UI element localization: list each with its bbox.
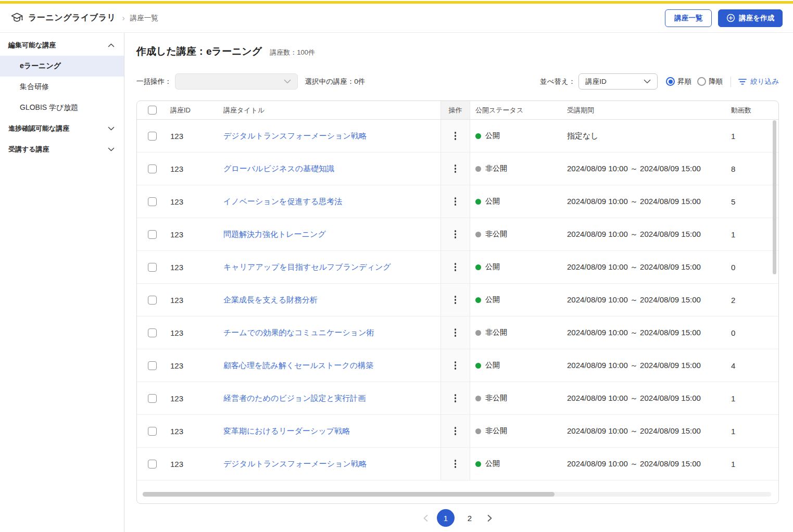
bulk-action-select[interactable] xyxy=(175,73,298,90)
create-course-button[interactable]: 講座を作成 xyxy=(718,9,783,27)
sidebar-item-group-training[interactable]: 集合研修 xyxy=(0,77,124,97)
row-checkbox[interactable] xyxy=(148,427,157,436)
row-checkbox[interactable] xyxy=(148,164,157,173)
status-dot xyxy=(475,166,481,172)
table-header-row: 講座ID 講座タイトル 操作 公開ステータス 受講期間 動画数 xyxy=(137,101,778,120)
table-row: 123 デジタルトランスフォーメーション戦略 公開 2024/08/09 10:… xyxy=(137,448,778,480)
page-button-2[interactable]: 2 xyxy=(461,509,479,527)
column-header-course-title: 講座タイトル xyxy=(220,106,440,115)
kebab-menu-button[interactable] xyxy=(451,260,459,274)
course-title-link[interactable]: 問題解決力強化トレーニング xyxy=(223,230,326,239)
sort-select-value: 講座ID xyxy=(585,77,607,86)
breadcrumb-current: 講座一覧 xyxy=(130,14,158,23)
course-id: 123 xyxy=(167,197,220,206)
course-id: 123 xyxy=(167,132,220,141)
table-row: 123 問題解決力強化トレーニング 非公開 2024/08/09 10:00 ～… xyxy=(137,218,778,251)
breadcrumb-separator-icon: › xyxy=(122,14,124,23)
sidebar-section-label: 受講する講座 xyxy=(8,145,49,154)
horizontal-scrollbar[interactable] xyxy=(143,492,771,497)
bulk-action-label: 一括操作： xyxy=(136,77,172,86)
sidebar-item-elearning[interactable]: eラーニング xyxy=(0,56,124,77)
table-row: 123 デジタルトランスフォーメーション戦略 公開 指定なし 1 xyxy=(137,120,778,153)
kebab-menu-button[interactable] xyxy=(451,161,459,175)
course-title-link[interactable]: キャリアアップを目指すセルフブランディング xyxy=(223,262,391,272)
next-page-button[interactable] xyxy=(485,512,495,524)
status-dot xyxy=(475,232,481,237)
course-period: 指定なし xyxy=(564,131,725,141)
course-title-link[interactable]: 企業成長を支える財務分析 xyxy=(223,295,318,305)
row-checkbox[interactable] xyxy=(148,132,157,141)
row-checkbox[interactable] xyxy=(148,263,157,272)
chevron-down-icon xyxy=(108,126,115,131)
kebab-menu-button[interactable] xyxy=(451,457,459,471)
sort-asc-radio[interactable]: 昇順 xyxy=(666,77,691,86)
select-all-checkbox[interactable] xyxy=(148,106,157,115)
column-header-period: 受講期間 xyxy=(564,106,725,115)
sort-select[interactable]: 講座ID xyxy=(578,73,658,90)
kebab-menu-button[interactable] xyxy=(451,325,459,339)
row-checkbox[interactable] xyxy=(148,197,157,206)
course-title-link[interactable]: 経営者のためのビジョン設定と実行計画 xyxy=(223,394,366,403)
filter-icon xyxy=(738,79,747,85)
course-title-link[interactable]: グローバルビジネスの基礎知識 xyxy=(223,164,334,174)
course-title-link[interactable]: デジタルトランスフォーメーション戦略 xyxy=(223,459,367,469)
sidebar-section-progress-courses[interactable]: 進捗確認可能な講座 xyxy=(0,118,124,139)
sidebar-item-label: GLOBIS 学び放題 xyxy=(20,103,78,112)
prev-page-button[interactable] xyxy=(421,512,431,524)
row-checkbox[interactable] xyxy=(148,394,157,403)
page-head: 作成した講座：eラーニング 講座数：100件 xyxy=(136,45,779,58)
course-title-link[interactable]: 顧客心理を読み解くセールストークの構築 xyxy=(223,361,373,371)
vertical-scrollbar-thumb[interactable] xyxy=(773,120,776,274)
row-checkbox[interactable] xyxy=(148,361,157,370)
sidebar-item-globis-unlimited[interactable]: GLOBIS 学び放題 xyxy=(0,97,124,118)
course-list-button[interactable]: 講座一覧 xyxy=(665,9,712,27)
page-button-1[interactable]: 1 xyxy=(437,509,455,527)
course-period: 2024/08/09 10:00 ～ 2024/08/09 15:00 xyxy=(564,426,725,436)
sidebar-section-label: 編集可能な講座 xyxy=(8,41,56,50)
kebab-menu-button[interactable] xyxy=(451,129,459,143)
video-count: 1 xyxy=(725,427,762,436)
sidebar-section-attending-courses[interactable]: 受講する講座 xyxy=(0,139,124,160)
row-checkbox[interactable] xyxy=(148,460,157,468)
column-header-status: 公開ステータス xyxy=(470,106,564,115)
course-title-link[interactable]: 変革期におけるリーダーシップ戦略 xyxy=(223,426,350,436)
brand: ラーニングライブラリ xyxy=(10,12,116,24)
status-label: 公開 xyxy=(485,361,500,370)
selected-count: 選択中の講座：0件 xyxy=(305,77,366,86)
toolbar-divider xyxy=(731,77,731,87)
course-count: 講座数：100件 xyxy=(270,48,315,57)
status-label: 公開 xyxy=(485,295,500,305)
filter-button-label: 絞り込み xyxy=(750,77,779,86)
course-period: 2024/08/09 10:00 ～ 2024/08/09 15:00 xyxy=(564,197,725,207)
row-checkbox[interactable] xyxy=(148,296,157,305)
kebab-menu-button[interactable] xyxy=(451,391,459,405)
sort-desc-radio[interactable]: 降順 xyxy=(697,77,723,86)
status-dot xyxy=(475,428,481,434)
video-count: 1 xyxy=(725,394,762,403)
course-title-link[interactable]: イノベーションを促進する思考法 xyxy=(223,197,342,207)
status-dot xyxy=(475,363,481,369)
horizontal-scrollbar-thumb[interactable] xyxy=(143,492,555,497)
filter-button[interactable]: 絞り込み xyxy=(738,77,779,86)
video-count: 0 xyxy=(725,328,762,337)
status-label: 非公開 xyxy=(485,426,507,436)
kebab-menu-button[interactable] xyxy=(451,227,459,241)
course-period: 2024/08/09 10:00 ～ 2024/08/09 15:00 xyxy=(564,394,725,403)
table-row: 123 グローバルビジネスの基礎知識 非公開 2024/08/09 10:00 … xyxy=(137,153,778,185)
video-count: 8 xyxy=(725,164,762,173)
course-id: 123 xyxy=(167,460,220,468)
appbar-actions: 講座一覧 講座を作成 xyxy=(665,9,783,27)
kebab-menu-button[interactable] xyxy=(451,194,459,208)
table-row: 123 顧客心理を読み解くセールストークの構築 公開 2024/08/09 10… xyxy=(137,349,778,382)
course-title-link[interactable]: デジタルトランスフォーメーション戦略 xyxy=(223,131,367,141)
row-checkbox[interactable] xyxy=(148,230,157,239)
table-row: 123 キャリアアップを目指すセルフブランディング 公開 2024/08/09 … xyxy=(137,251,778,284)
kebab-menu-button[interactable] xyxy=(451,293,459,307)
kebab-menu-button[interactable] xyxy=(451,358,459,372)
table-row: 123 変革期におけるリーダーシップ戦略 非公開 2024/08/09 10:0… xyxy=(137,415,778,448)
sidebar-section-editable-courses[interactable]: 編集可能な講座 xyxy=(0,35,124,56)
kebab-menu-button[interactable] xyxy=(451,424,459,438)
row-checkbox[interactable] xyxy=(148,328,157,337)
course-title-link[interactable]: チームでの効果的なコミュニケーション術 xyxy=(223,328,374,338)
course-period: 2024/08/09 10:00 ～ 2024/08/09 15:00 xyxy=(564,262,725,272)
